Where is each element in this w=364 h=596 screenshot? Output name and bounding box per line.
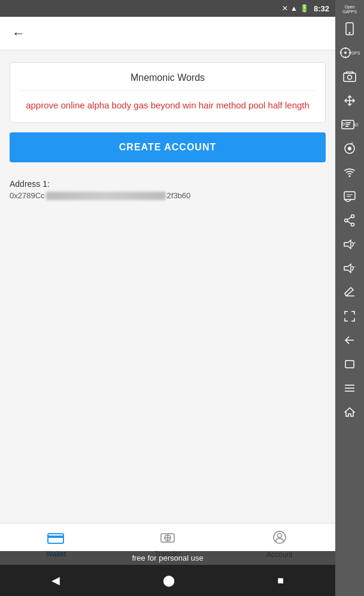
account-icon (272, 530, 287, 548)
wifi-icon: ✕ (282, 4, 288, 13)
svg-point-27 (348, 147, 351, 150)
address-prefix: 0x2789Cc (10, 191, 45, 200)
side-expand-icon[interactable] (336, 305, 363, 328)
address-value: 0x2789Cc 2f3b60 (10, 191, 326, 200)
address-section: Address 1: 0x2789Cc 2f3b60 (10, 174, 326, 205)
nav-transfer[interactable]: Transfer (112, 526, 224, 563)
open-gapps-label: OpenGAPPS (341, 2, 358, 16)
nav-wallet[interactable]: Wallet (0, 526, 112, 563)
svg-point-18 (348, 75, 352, 80)
svg-rect-30 (344, 192, 355, 199)
svg-point-7 (277, 533, 281, 537)
status-bar: ✕ ▲ 🔋 8:32 (0, 0, 335, 17)
svg-marker-38 (344, 240, 351, 249)
side-share-icon[interactable] (336, 209, 363, 232)
side-recents-icon[interactable] (336, 353, 363, 376)
create-account-button[interactable]: CREATE ACCOUNT (10, 132, 326, 162)
back-button[interactable]: ← (10, 23, 28, 44)
address-suffix: 2f3b60 (167, 191, 191, 200)
svg-rect-1 (48, 536, 63, 538)
back-android-button[interactable]: ◀ (42, 569, 69, 592)
wallet-label: Wallet (46, 550, 66, 558)
recent-android-button[interactable]: ■ (268, 570, 293, 592)
mnemonic-words: approve online alpha body gas beyond win… (20, 98, 316, 113)
bottom-nav: Wallet Transfer (0, 523, 335, 565)
side-eraser-icon[interactable] (336, 281, 363, 304)
mnemonic-card: Mnemonic Words approve online alpha body… (10, 62, 326, 123)
side-camera-icon[interactable] (336, 65, 363, 88)
svg-point-34 (345, 219, 348, 222)
svg-point-29 (349, 176, 351, 177)
side-phone-icon[interactable] (336, 17, 363, 40)
signal-icon: ▲ (290, 4, 298, 13)
svg-line-37 (347, 221, 351, 224)
main-area: ✕ ▲ 🔋 8:32 ← Mnemonic Words approve onli… (0, 0, 335, 596)
svg-text:−: − (353, 264, 356, 270)
svg-line-36 (347, 217, 351, 220)
side-record-icon[interactable] (336, 137, 363, 160)
android-nav-bar: ◀ ⬤ ■ (0, 565, 335, 596)
svg-text:+: + (353, 240, 356, 246)
time-display: 8:32 (314, 4, 329, 13)
svg-point-15 (344, 52, 347, 54)
side-home-icon[interactable] (336, 401, 363, 423)
side-wifi-icon[interactable] (336, 161, 363, 184)
gps-label: GPS (351, 51, 360, 55)
svg-marker-42 (345, 288, 353, 296)
transfer-icon (159, 531, 176, 547)
side-gps-icon[interactable]: GPS (336, 41, 363, 64)
nav-account[interactable]: Account (223, 525, 335, 564)
wallet-icon (47, 531, 64, 547)
svg-marker-17 (344, 71, 353, 73)
id-label: ID (354, 123, 359, 127)
svg-point-25 (342, 123, 344, 125)
account-label: Account (266, 550, 292, 559)
svg-marker-49 (345, 408, 354, 416)
svg-line-28 (351, 143, 353, 144)
home-android-button[interactable]: ⬤ (153, 569, 184, 592)
svg-point-9 (349, 32, 351, 34)
content-area: Mnemonic Words approve online alpha body… (0, 50, 335, 523)
svg-point-35 (351, 223, 354, 226)
address-blurred (46, 192, 166, 200)
app-header: ← (0, 17, 335, 50)
side-panel: OpenGAPPS GPS (335, 0, 364, 596)
side-volume-down-icon[interactable]: − (336, 257, 363, 280)
battery-icon: 🔋 (300, 4, 309, 13)
address-label: Address 1: (10, 179, 326, 189)
side-message-icon[interactable] (336, 185, 363, 208)
status-right: ✕ ▲ 🔋 8:32 (282, 4, 329, 13)
svg-rect-45 (345, 361, 354, 368)
side-move-icon[interactable] (336, 89, 363, 112)
side-menu-icon[interactable] (336, 377, 363, 400)
side-volume-up-icon[interactable]: + (336, 233, 363, 256)
svg-rect-16 (344, 73, 356, 81)
side-back-icon[interactable] (336, 329, 363, 352)
svg-rect-0 (48, 534, 63, 543)
transfer-label: Transfer (154, 550, 181, 558)
svg-marker-40 (344, 264, 351, 273)
svg-point-33 (351, 215, 354, 218)
side-id-icon[interactable]: ID (336, 113, 363, 136)
mnemonic-title: Mnemonic Words (20, 72, 316, 91)
